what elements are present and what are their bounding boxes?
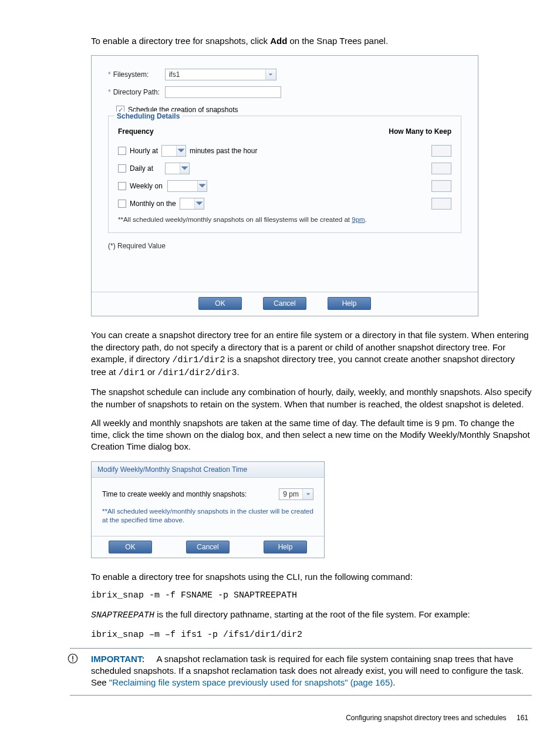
weekly-keep-input[interactable]	[431, 180, 451, 192]
required-note: (*) Required Value	[108, 241, 461, 251]
intro-bold: Add	[270, 36, 287, 46]
filesystem-combo[interactable]: ifs1	[165, 69, 276, 80]
daily-row: Daily at	[118, 163, 451, 174]
weekly-row: Weekly on	[118, 180, 451, 192]
paragraph-3: All weekly and monthly snapshots are tak…	[91, 417, 532, 453]
important-label: IMPORTANT:	[91, 654, 144, 664]
cancel-button[interactable]: Cancel	[186, 541, 230, 553]
note-suffix: .	[365, 216, 367, 223]
cli-command-1: ibrix_snap -m -f FSNAME -p SNAPTREEPATH	[91, 590, 532, 602]
time-value: 9 pm	[279, 490, 302, 499]
intro-prefix: To enable a directory tree for snapshots…	[91, 36, 270, 46]
intro-paragraph: To enable a directory tree for snapshots…	[91, 35, 532, 47]
schedule-note: **All scheduled weekly/monthly snapshots…	[118, 215, 451, 225]
hourly-suffix: minutes past the hour	[190, 146, 257, 156]
col-keep: How Many to Keep	[389, 127, 451, 136]
daily-checkbox[interactable]	[118, 164, 126, 173]
monthly-keep-input[interactable]	[431, 198, 451, 210]
dialog1-button-bar: OK Cancel Help	[92, 292, 478, 316]
monthly-checkbox[interactable]	[118, 200, 126, 208]
required-marker: *	[108, 87, 111, 97]
weekly-checkbox[interactable]	[118, 182, 126, 190]
fieldset-legend: Scheduling Details	[114, 112, 182, 121]
dirpath-row: * Directory Path:	[108, 86, 461, 98]
cli-command-2: ibrix_snap –m –f ifs1 -p /ifs1/dir1/dir2	[91, 629, 532, 641]
monthly-row: Monthly on the	[118, 198, 451, 210]
scheduling-fieldset: Scheduling Details Frequency How Many to…	[108, 116, 461, 233]
required-marker: *	[108, 70, 111, 79]
col-frequency: Frequency	[118, 127, 154, 136]
hourly-row: Hourly at minutes past the hour	[118, 145, 451, 157]
footer-page-number: 161	[517, 714, 528, 722]
time-label: Time to create weekly and monthly snapsh…	[102, 490, 279, 499]
modify-time-dialog: Modify Weekly/Monthly Snapshot Creation …	[91, 461, 325, 558]
daily-time-combo[interactable]	[165, 163, 190, 174]
add-snaptree-dialog: * Filesystem: ifs1 * Directory Path: ✓ S…	[91, 55, 478, 316]
filesystem-value: ifs1	[166, 70, 265, 79]
dirpath-label: Directory Path:	[113, 87, 165, 97]
time-combo[interactable]: 9 pm	[279, 488, 313, 500]
monthly-day-combo[interactable]	[180, 198, 204, 210]
paragraph-2: The snapshot schedule can include any co…	[91, 386, 532, 410]
snapshot-time-link[interactable]: 9pm	[352, 216, 365, 223]
footer-section: Configuring snapshot directory trees and…	[346, 714, 507, 722]
chevron-down-icon	[176, 146, 185, 156]
help-button[interactable]: Help	[328, 297, 371, 310]
hourly-checkbox[interactable]	[118, 147, 126, 155]
ok-button[interactable]: OK	[109, 541, 152, 553]
daily-keep-input[interactable]	[431, 163, 451, 174]
weekly-label: Weekly on	[130, 181, 163, 191]
daily-label: Daily at	[130, 164, 153, 173]
important-icon	[68, 653, 78, 664]
dialog2-title: Modify Weekly/Monthly Snapshot Creation …	[92, 462, 324, 478]
chevron-down-icon	[265, 69, 276, 80]
weekly-day-combo[interactable]	[167, 180, 207, 192]
chevron-down-icon	[180, 163, 189, 174]
chevron-down-icon	[302, 489, 313, 499]
hourly-keep-input[interactable]	[431, 145, 451, 157]
intro-suffix: on the Snap Trees panel.	[287, 36, 388, 46]
hourly-label: Hourly at	[130, 146, 158, 156]
page-footer: Configuring snapshot directory trees and…	[91, 713, 532, 723]
paragraph-1: You can create a snapshot directory tree…	[91, 329, 532, 379]
cancel-button[interactable]: Cancel	[263, 297, 306, 310]
chevron-down-icon	[197, 181, 207, 191]
note-prefix: **All scheduled weekly/monthly snapshots…	[118, 216, 352, 223]
svg-rect-2	[72, 660, 73, 661]
dialog2-button-bar: OK Cancel Help	[92, 536, 324, 558]
svg-rect-1	[72, 656, 73, 659]
cli-intro: To enable a directory tree for snapshots…	[91, 571, 532, 583]
dirpath-input[interactable]	[165, 86, 281, 98]
ok-button[interactable]: OK	[198, 297, 242, 310]
filesystem-row: * Filesystem: ifs1	[108, 69, 461, 80]
important-block: IMPORTANT: A snapshot reclamation task i…	[70, 648, 532, 696]
important-xref-link[interactable]: "Reclaiming file system space previously…	[109, 677, 393, 687]
hourly-minutes-combo[interactable]	[161, 145, 186, 157]
monthly-label: Monthly on the	[130, 199, 176, 208]
time-row: Time to create weekly and monthly snapsh…	[102, 488, 313, 500]
filesystem-label: Filesystem:	[113, 70, 165, 79]
chevron-down-icon	[194, 198, 204, 209]
help-button[interactable]: Help	[264, 541, 307, 553]
cli-explain: SNAPTREEPATH is the full directory pathn…	[91, 609, 532, 622]
schedule-header: Frequency How Many to Keep	[118, 127, 451, 136]
dialog2-note: **All scheduled weekly/monthly snapshots…	[102, 507, 313, 525]
